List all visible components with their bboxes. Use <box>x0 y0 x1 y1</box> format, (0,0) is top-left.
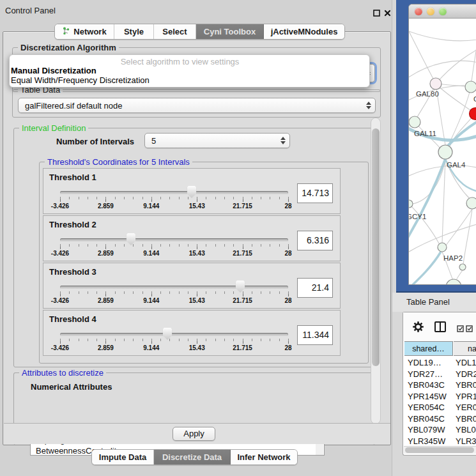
threshold-1-value-field[interactable]: 14.713 <box>297 183 333 203</box>
numerical-attributes-label: Numerical Attributes <box>31 382 112 392</box>
table-data-group: Table Data galFiltered.sif default node <box>12 89 381 118</box>
threshold-3-value-field[interactable]: 21.4 <box>297 278 333 298</box>
column-header-shared-name[interactable]: shared… <box>404 341 453 356</box>
threshold-3-panel: Threshold 3 -3.426 2.859 9.144 15.43 21.… <box>43 263 341 309</box>
panel-title: Control Panel <box>5 6 56 15</box>
tab-network[interactable]: Network <box>55 24 114 39</box>
number-of-intervals-combobox[interactable]: 5 <box>144 133 290 148</box>
threshold-2-panel: Threshold 2 -3.426 2.859 9.144 15.43 21.… <box>43 215 341 261</box>
node-bottom[interactable] <box>446 279 461 285</box>
gear-icon[interactable] <box>412 321 424 335</box>
group-title-threshold-coordinates: Threshold's Coordinates for 5 Intervals <box>45 157 192 167</box>
combo-stepper-icon <box>366 98 371 112</box>
tab-cyni-toolbox[interactable]: Cyni Toolbox <box>196 24 264 39</box>
tab-discretize-data[interactable]: Discretize Data <box>154 450 231 464</box>
node-label: GAL4 <box>447 161 465 169</box>
slider-ticks <box>60 339 289 344</box>
cyni-toolbox-panel: Discretization Algorithm Select algorith… <box>3 31 391 445</box>
table-row[interactable]: YBR045CYBR0 <box>404 413 476 425</box>
group-title-algorithm: Discretization Algorithm <box>18 43 119 52</box>
threshold-2-value-field[interactable]: 6.316 <box>297 231 333 250</box>
node-label: GAL80 <box>416 90 439 98</box>
column-layout-icon[interactable] <box>434 321 446 332</box>
apply-button[interactable]: Apply <box>173 427 215 441</box>
apply-bar: Apply <box>4 423 390 444</box>
node-label: GA <box>473 95 476 103</box>
network-tree-icon <box>62 27 70 37</box>
node-ga[interactable] <box>465 81 476 93</box>
threshold-1-slider-track[interactable] <box>60 191 288 194</box>
table-row[interactable]: YDL19…YDL1 <box>404 357 476 369</box>
node-red-selected[interactable] <box>470 108 476 120</box>
cyni-bottom-tabbar: Impute Data Discretize Data Infer Networ… <box>91 449 298 465</box>
table-panel-title: Table Panel <box>406 297 450 307</box>
threshold-2-slider-track[interactable] <box>60 238 288 242</box>
node-gcy1[interactable] <box>409 200 413 208</box>
tab-impute-data[interactable]: Impute Data <box>92 450 154 464</box>
node-gal11[interactable] <box>409 116 420 128</box>
node-gal80[interactable] <box>430 78 441 89</box>
slider-scale: -3.426 2.859 9.144 21.715 15.43 28 <box>60 344 288 352</box>
table-panel-header: Table Panel <box>392 293 476 312</box>
interval-definition-group: Interval Definition Number of Intervals … <box>13 128 375 367</box>
float-window-icon[interactable] <box>373 8 380 15</box>
control-panel-titlebar: Control Panel <box>0 0 392 19</box>
popup-item-manual-discretization[interactable]: Manual Discretization <box>11 66 96 75</box>
network-graph <box>409 19 476 285</box>
minimize-traffic-light-icon[interactable] <box>427 8 434 15</box>
number-of-intervals-label: Number of Intervals <box>56 137 134 146</box>
node-hap2[interactable] <box>438 243 447 252</box>
threshold-4-slider-track[interactable] <box>60 333 288 336</box>
group-title-interval-definition: Interval Definition <box>19 123 88 133</box>
node-small[interactable] <box>459 264 466 270</box>
node-gal4[interactable] <box>438 145 452 159</box>
tab-style[interactable]: Style <box>114 24 154 39</box>
slider-ticks <box>60 291 289 296</box>
slider-ticks <box>60 244 289 249</box>
group-title-attributes: Attributes to discretize <box>19 368 106 378</box>
close-traffic-light-icon[interactable] <box>415 8 422 15</box>
table-data-value: galFiltered.sif default node <box>25 101 122 111</box>
control-panel: Control Panel Network Style Select Cyni … <box>0 0 392 476</box>
combo-stepper-icon <box>280 134 286 148</box>
table-horizontal-scrollbar[interactable] <box>404 446 476 454</box>
slider-scale: -3.426 2.859 9.144 15.43 21.715 28 <box>60 297 288 305</box>
tab-infer-network[interactable]: Infer Network <box>231 450 297 464</box>
table-row[interactable]: YDR27…YDR2 <box>404 369 476 380</box>
scrollbar-thumb[interactable] <box>372 128 380 366</box>
threshold-3-label: Threshold 3 <box>49 267 96 277</box>
threshold-coordinates-group: Threshold's Coordinates for 5 Intervals … <box>39 162 369 364</box>
close-icon[interactable] <box>384 8 391 15</box>
slider-scale: -3.426 2.859 9.144 15.43 21.715 28 <box>60 203 288 210</box>
table-row[interactable]: YER054CYER0 <box>404 402 476 413</box>
table-row[interactable]: YPR145WYPR1 <box>404 391 476 403</box>
popup-item-equal-width-frequency[interactable]: Equal Width/Frequency Discretization <box>11 75 150 85</box>
application-window: Control Panel Network Style Select Cyni … <box>0 0 476 476</box>
threshold-4-panel: Threshold 4 -3.426 2.859 9.144 21.715 15… <box>43 310 341 356</box>
table-row[interactable]: YBL079WYBL0 <box>404 424 476 436</box>
table-row[interactable]: YLR345WYLR3 <box>404 436 476 447</box>
threshold-1-panel: Threshold 1 -3.426 2.859 9.144 15.43 21.… <box>43 168 341 214</box>
zoom-traffic-light-icon[interactable] <box>439 8 447 15</box>
table-rows: YDL19…YDL1 YDR27…YDR2 YBR043CYBR0 YPR145… <box>404 357 476 446</box>
right-column: GAL80 GA GAL11 C GAL4 GCY1 H HAP2 Table … <box>392 0 476 476</box>
threshold-4-value-field[interactable]: 11.344 <box>297 325 333 345</box>
node-label: GAL11 <box>414 130 436 137</box>
node-label: HAP2 <box>443 254 463 262</box>
scrollbar-thumb[interactable] <box>405 447 474 453</box>
threshold-2-label: Threshold 2 <box>49 220 96 229</box>
node-h[interactable] <box>466 197 476 209</box>
table-panel: shared… na YDL19…YDL1 YDR27…YDR2 YBR043C… <box>403 312 476 456</box>
network-canvas[interactable]: GAL80 GA GAL11 C GAL4 GCY1 H HAP2 <box>409 19 476 285</box>
slider-ticks <box>60 197 289 202</box>
threshold-3-slider-track[interactable] <box>60 286 288 289</box>
table-row[interactable]: YBR043CYBR0 <box>404 380 476 391</box>
tab-select[interactable]: Select <box>154 24 196 39</box>
tab-jactivemnodules[interactable]: jActiveMNodules <box>264 24 344 39</box>
panel-vertical-scrollbar[interactable] <box>371 118 381 424</box>
algorithm-dropdown-popup: Select algorithm to view settings Manual… <box>9 54 370 88</box>
column-header-name[interactable]: na <box>454 341 476 356</box>
select-columns-icon[interactable] <box>457 323 473 335</box>
algorithm-hint-text: Select algorithm to view settings <box>10 57 350 66</box>
table-data-combobox[interactable]: galFiltered.sif default node <box>18 98 376 113</box>
